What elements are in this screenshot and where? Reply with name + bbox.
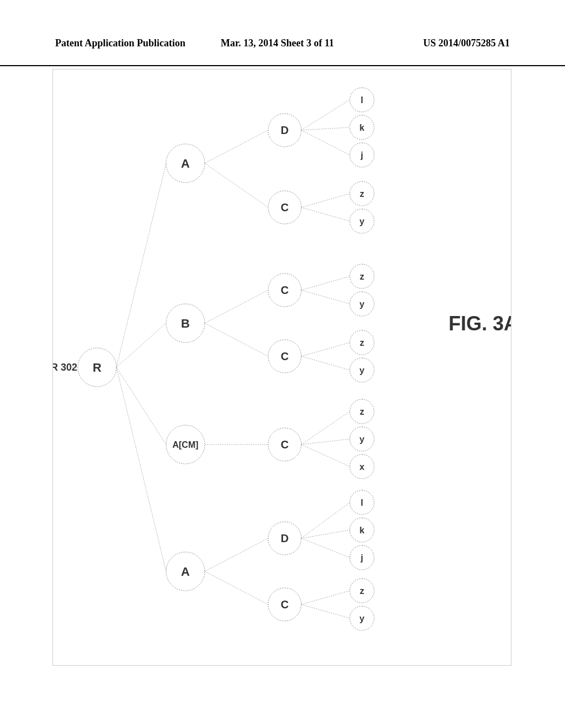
page-header: Patent Application Publication Mar. 13, … (0, 49, 565, 66)
node-l1-a2-label: A (181, 157, 190, 170)
edge (205, 538, 268, 571)
node-leaf-label: y (360, 614, 365, 623)
edge (301, 538, 350, 558)
node-l1-acm-label: A[CM] (172, 440, 198, 449)
edge (301, 194, 350, 207)
node-l2-bc2-label: C (281, 284, 289, 296)
edge (301, 439, 350, 445)
edge (205, 571, 268, 604)
node-leaf-label: k (360, 123, 365, 132)
edge (301, 530, 350, 538)
node-l2-a2c-label: C (281, 201, 289, 213)
node-leaf-label: j (360, 553, 363, 563)
figure-label: FIG. 3A (449, 312, 511, 335)
header-publication-number: US 2014/0075285 A1 (423, 38, 510, 49)
node-leaf-label: x (360, 462, 365, 472)
edge (301, 604, 350, 618)
edge (301, 445, 350, 467)
node-l2-acmc-label: C (281, 438, 289, 451)
edge (205, 323, 268, 356)
node-leaf-label: z (360, 272, 364, 281)
node-l1-a1-label: A (181, 565, 190, 579)
edge (301, 100, 350, 130)
header-date-sheet: Mar. 13, 2014 Sheet 3 of 11 (221, 38, 334, 49)
node-leaf-label: y (360, 366, 365, 375)
node-root-label: R (93, 361, 102, 374)
edge (301, 130, 350, 155)
node-l1-b-label: B (181, 317, 190, 330)
node-leaf-label: z (360, 586, 364, 596)
edge (301, 290, 350, 304)
header-publication-type: Patent Application Publication (55, 38, 185, 49)
node-leaf-label: z (360, 189, 364, 199)
edge (301, 356, 350, 370)
edge (301, 342, 350, 356)
node-leaf-label: j (360, 151, 363, 160)
node-leaf-label: z (360, 407, 364, 416)
edge (301, 591, 350, 604)
node-l2-a1c-label: C (281, 598, 289, 611)
edge (116, 323, 166, 367)
figure-area: R R 302 A C y z D j (52, 69, 511, 666)
edge (301, 276, 350, 290)
node-l2-bc1-label: C (281, 350, 289, 362)
root-reference-label: R 302 (53, 362, 77, 373)
node-leaf-label: k (360, 526, 365, 535)
node-leaf-label: l (361, 498, 363, 507)
node-leaf-label: y (360, 299, 365, 309)
edge (205, 163, 268, 207)
node-l2-a2d-label: D (281, 124, 289, 136)
node-leaf-label: l (361, 95, 363, 105)
edge (116, 367, 166, 445)
node-l2-a1d-label: D (281, 532, 289, 544)
edge (116, 163, 166, 367)
edge (205, 290, 268, 323)
edge (116, 367, 166, 571)
node-leaf-label: y (360, 435, 365, 444)
node-leaf-label: z (360, 338, 364, 347)
edge (301, 502, 350, 538)
tree-diagram: R R 302 A C y z D j (53, 69, 511, 665)
edge (301, 127, 350, 130)
edge (205, 130, 268, 163)
edge (301, 207, 350, 221)
edge (301, 411, 350, 445)
node-leaf-label: y (360, 217, 365, 226)
